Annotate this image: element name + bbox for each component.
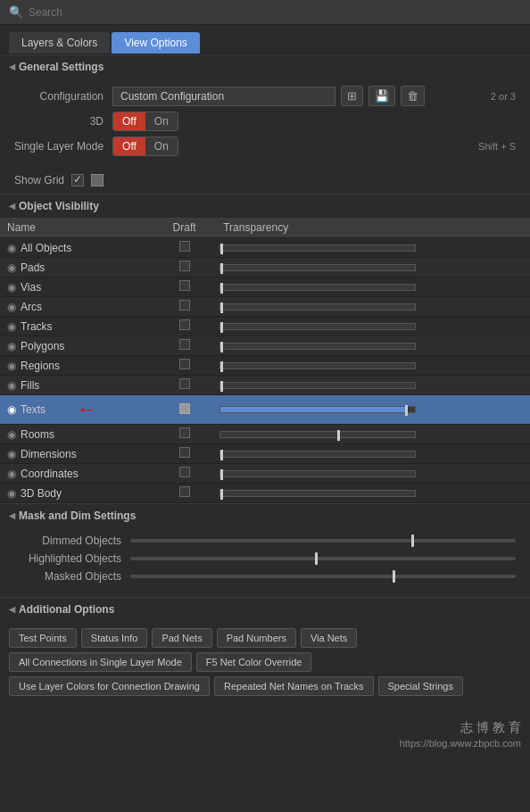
highlighted-label: Highlighted Objects (14, 552, 130, 565)
dimmed-slider[interactable] (130, 539, 516, 543)
draft-checkbox[interactable] (179, 378, 190, 389)
draft-checkbox[interactable] (179, 241, 190, 252)
config-icon-btn1[interactable]: ⊞ (341, 86, 363, 106)
trans-handle[interactable] (220, 381, 223, 392)
table-row[interactable]: ◉ Polygons (0, 336, 530, 356)
table-row[interactable]: ◉ Vias (0, 278, 530, 297)
trans-bar[interactable] (219, 490, 416, 497)
draft-checkbox[interactable] (179, 280, 190, 291)
trans-handle[interactable] (220, 489, 223, 500)
trans-handle[interactable] (220, 361, 223, 372)
trans-bar[interactable] (219, 343, 416, 350)
trans-cell (212, 484, 530, 503)
eye-icon[interactable]: ◉ (7, 340, 16, 352)
opt-btn[interactable]: F5 Net Color Override (196, 652, 312, 672)
table-row[interactable]: ◉ Texts ← (0, 395, 530, 425)
trans-handle[interactable] (220, 450, 223, 460)
eye-icon[interactable]: ◉ (7, 403, 16, 416)
eye-icon[interactable]: ◉ (7, 428, 16, 441)
tab-layers-colors[interactable]: Layers & Colors (9, 32, 110, 54)
config-icon-btn3[interactable]: 🗑 (401, 86, 425, 106)
trans-handle[interactable] (337, 430, 340, 441)
trans-handle[interactable] (220, 283, 223, 294)
trans-bar[interactable] (219, 303, 416, 311)
trans-bar[interactable] (219, 382, 416, 389)
trans-handle[interactable] (220, 342, 223, 352)
draft-checkbox[interactable] (179, 447, 190, 458)
obj-name-cell: ◉ 3D Body (0, 484, 156, 503)
trans-handle[interactable] (220, 302, 223, 313)
trans-cell (212, 278, 530, 297)
opt-btn[interactable]: All Connections in Single Layer Mode (9, 652, 192, 672)
3d-on-btn[interactable]: On (145, 112, 178, 130)
trans-handle[interactable] (220, 263, 223, 274)
trans-bar[interactable] (219, 323, 416, 330)
opt-btn[interactable]: Status Info (81, 628, 148, 648)
table-row[interactable]: ◉ Tracks (0, 317, 530, 336)
eye-icon[interactable]: ◉ (7, 261, 16, 274)
draft-checkbox[interactable] (179, 403, 190, 414)
single-layer-off-btn[interactable]: Off (113, 137, 145, 155)
opt-btn[interactable]: Use Layer Colors for Connection Drawing (9, 676, 210, 696)
dimmed-thumb[interactable] (411, 534, 414, 547)
draft-checkbox[interactable] (179, 339, 190, 350)
opt-btn[interactable]: Pad Numbers (217, 628, 296, 648)
draft-checkbox[interactable] (179, 319, 190, 330)
eye-icon[interactable]: ◉ (7, 468, 16, 480)
trans-handle[interactable] (220, 244, 223, 254)
table-row[interactable]: ◉ Regions (0, 356, 530, 376)
config-select[interactable]: Custom Configuration (112, 87, 335, 106)
masked-thumb[interactable] (393, 570, 395, 583)
table-row[interactable]: ◉ Pads (0, 258, 530, 278)
trans-bar[interactable] (219, 406, 416, 413)
table-row[interactable]: ◉ Rooms (0, 425, 530, 444)
trans-bar[interactable] (219, 284, 416, 291)
mask-dim-body: Dimmed Objects Highlighted Objects Maske… (0, 527, 530, 597)
eye-icon[interactable]: ◉ (7, 281, 16, 294)
table-row[interactable]: ◉ Arcs (0, 297, 530, 317)
trans-handle[interactable] (405, 405, 408, 416)
show-grid-checkbox[interactable] (71, 174, 84, 186)
trans-bar[interactable] (219, 264, 416, 271)
table-row[interactable]: ◉ Fills (0, 376, 530, 395)
table-row[interactable]: ◉ Dimensions (0, 444, 530, 464)
eye-icon[interactable]: ◉ (7, 360, 16, 372)
trans-bar[interactable] (219, 470, 416, 477)
draft-checkbox[interactable] (179, 359, 190, 369)
opt-btn[interactable]: Special Strings (378, 676, 463, 696)
draft-checkbox[interactable] (179, 300, 190, 311)
highlighted-thumb[interactable] (315, 552, 318, 565)
trans-handle[interactable] (220, 469, 223, 480)
trans-bar[interactable] (219, 451, 416, 458)
search-input[interactable] (29, 6, 521, 19)
eye-icon[interactable]: ◉ (7, 320, 16, 333)
opt-btn[interactable]: Via Nets (301, 628, 357, 648)
draft-checkbox[interactable] (179, 261, 190, 271)
draft-checkbox[interactable] (179, 467, 190, 477)
masked-slider[interactable] (130, 575, 516, 578)
table-row[interactable]: ◉ All Objects (0, 238, 530, 258)
eye-icon[interactable]: ◉ (7, 301, 16, 313)
eye-icon[interactable]: ◉ (7, 379, 16, 392)
config-icon-btn2[interactable]: 💾 (369, 86, 395, 106)
3d-off-btn[interactable]: Off (113, 112, 145, 130)
opt-btn[interactable]: Test Points (9, 628, 77, 648)
trans-bar[interactable] (219, 244, 416, 252)
opt-btn[interactable]: Repeated Net Names on Tracks (214, 676, 374, 696)
grid-color-swatch[interactable] (91, 174, 104, 186)
draft-checkbox[interactable] (179, 427, 190, 438)
table-row[interactable]: ◉ 3D Body (0, 484, 530, 503)
trans-bar[interactable] (219, 431, 416, 438)
draft-checkbox[interactable] (179, 486, 190, 497)
trans-handle[interactable] (220, 322, 223, 333)
single-layer-on-btn[interactable]: On (145, 137, 178, 155)
tab-view-options[interactable]: View Options (112, 32, 199, 54)
eye-icon[interactable]: ◉ (7, 242, 16, 254)
highlighted-slider[interactable] (130, 557, 516, 560)
obj-name: Arcs (21, 301, 42, 313)
eye-icon[interactable]: ◉ (7, 448, 16, 460)
eye-icon[interactable]: ◉ (7, 487, 16, 500)
trans-bar[interactable] (219, 362, 416, 369)
opt-btn[interactable]: Pad Nets (152, 628, 211, 648)
table-row[interactable]: ◉ Coordinates (0, 464, 530, 484)
